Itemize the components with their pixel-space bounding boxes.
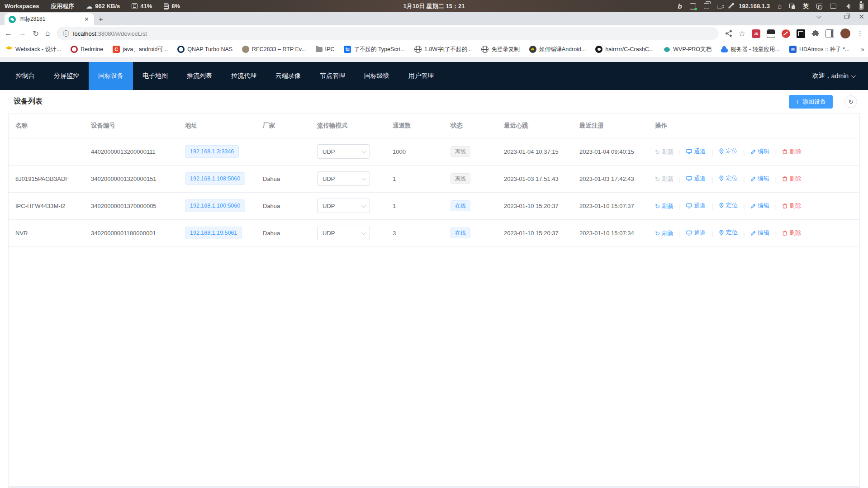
nav-item-国标级联[interactable]: 国标级联	[355, 62, 399, 90]
row-channel-button[interactable]: 通道	[686, 202, 706, 210]
row-channel-button[interactable]: 通道	[686, 175, 706, 183]
status-badge: 离线	[451, 173, 470, 184]
bookmark-item[interactable]: Redmine	[71, 46, 103, 53]
restore-icon[interactable]	[844, 15, 849, 19]
workspaces-button[interactable]: Workspaces	[5, 3, 39, 9]
nav-item-分屏监控[interactable]: 分屏监控	[44, 62, 89, 90]
caffeine-icon[interactable]	[717, 5, 722, 9]
row-locate-button[interactable]: 定位	[719, 228, 738, 237]
url-path: :38080/#/deviceList	[96, 30, 147, 37]
home-tray-icon[interactable]: ⌂	[778, 2, 782, 10]
row-delete-button[interactable]: 删除	[782, 147, 801, 156]
add-device-button[interactable]: + 添加设备	[789, 95, 833, 109]
bookmark-item[interactable]: hairrrrr/C-CrashC...	[595, 46, 654, 53]
clipboard-icon[interactable]	[704, 3, 709, 9]
stream-mode-select[interactable]: UDP	[317, 144, 370, 159]
bookmark-item[interactable]: Webstack - 设计...	[5, 46, 61, 53]
nav-item-用户管理[interactable]: 用户管理	[399, 62, 443, 90]
refresh-list-button[interactable]: ↻	[844, 95, 857, 108]
row-locate-button[interactable]: 定位	[719, 147, 738, 155]
bookmark-item[interactable]: WVP-PRO文档	[663, 46, 711, 53]
nav-item-拉流代理[interactable]: 拉流代理	[222, 62, 266, 90]
applications-menu[interactable]: 应用程序	[51, 2, 74, 10]
bookmark-label: Redmine	[81, 46, 103, 52]
reload-icon[interactable]: ↻	[33, 29, 39, 38]
bookmark-item[interactable]: Cjava、android可...	[113, 46, 168, 53]
nav-item-推流列表[interactable]: 推流列表	[177, 62, 222, 90]
json-viewer-extension-icon[interactable]: JS	[752, 29, 760, 38]
redmine-icon	[71, 46, 78, 53]
bookmark-item[interactable]: 1.8W字|了不起的...	[414, 46, 472, 53]
device-id-cell: 44020000013200000111	[84, 138, 178, 165]
chevron-down-icon	[361, 149, 366, 153]
window-switcher-icon[interactable]	[789, 4, 795, 9]
nav-item-云端录像[interactable]: 云端录像	[266, 62, 310, 90]
profile-avatar[interactable]	[840, 28, 850, 38]
row-refresh-button[interactable]: ↻刷新	[655, 148, 674, 156]
volume-icon[interactable]	[844, 4, 849, 9]
nav-item-节点管理[interactable]: 节点管理	[310, 62, 355, 90]
phone-link-icon[interactable]	[816, 4, 822, 9]
bookmarks-overflow-button[interactable]: »	[861, 46, 864, 53]
battery-icon	[859, 3, 863, 9]
adblock-extension-icon[interactable]	[782, 29, 790, 38]
clock[interactable]: 1月10日 星期二 15：21	[403, 2, 465, 10]
row-channel-button[interactable]: 通道	[686, 147, 706, 156]
minimize-icon[interactable]	[830, 17, 835, 17]
stream-mode-select[interactable]: UDP	[317, 199, 370, 213]
nav-item-电子地图[interactable]: 电子地图	[133, 62, 177, 90]
stream-mode-select[interactable]: UDP	[317, 226, 370, 240]
bing-tray-icon[interactable]: b	[678, 2, 682, 10]
row-channel-button[interactable]: 通道	[686, 229, 706, 237]
bookmark-item[interactable]: MHDAtmos :: 种子 *...	[789, 46, 849, 53]
color-picker-icon[interactable]	[728, 4, 733, 9]
bookmark-item[interactable]: 免登录复制	[481, 46, 520, 53]
forward-icon[interactable]: →	[19, 29, 26, 38]
nav-item-国标设备[interactable]: 国标设备	[89, 62, 133, 90]
bookmark-item[interactable]: RFC2833 – RTP Ev...	[242, 46, 306, 53]
row-refresh-button[interactable]: ↻刷新	[655, 229, 674, 237]
tab-close-icon[interactable]: ✕	[83, 16, 90, 23]
row-edit-button[interactable]: 编辑	[750, 147, 769, 156]
bookmark-item[interactable]: 服务器 - 轻量应用...	[721, 46, 780, 53]
mask-extension-icon[interactable]	[767, 29, 775, 38]
address-bar[interactable]: i localhost:38080/#/deviceList	[57, 27, 719, 40]
new-tab-button[interactable]: +	[99, 15, 103, 24]
nav-item-控制台[interactable]: 控制台	[6, 62, 44, 90]
screenshot-extension-icon[interactable]	[797, 29, 805, 38]
site-info-icon[interactable]: i	[63, 30, 69, 37]
bookmark-star-icon[interactable]: ☆	[739, 29, 745, 38]
row-edit-button[interactable]: 编辑	[750, 175, 769, 183]
input-method-indicator[interactable]: 英	[803, 2, 809, 10]
stream-mode-cell: UDP	[310, 192, 386, 219]
notification-app-icon[interactable]	[690, 3, 696, 9]
browser-home-icon[interactable]: ⌂	[45, 29, 50, 38]
tab-search-icon[interactable]	[816, 14, 821, 19]
bookmark-item[interactable]: QNAP Turbo NAS	[177, 46, 232, 53]
user-menu[interactable]: 欢迎，admin	[812, 72, 854, 80]
row-edit-button[interactable]: 编辑	[750, 229, 769, 237]
row-locate-button[interactable]: 定位	[719, 201, 738, 209]
bookmark-label: 1.8W字|了不起的...	[424, 46, 472, 53]
back-icon[interactable]: ←	[5, 29, 12, 38]
ip-address-indicator[interactable]: 192.168.1.3	[739, 3, 770, 9]
window-close-icon[interactable]: ✕	[859, 14, 864, 19]
channel-count-cell: 1000	[386, 138, 444, 165]
bookmark-item[interactable]: IPC	[316, 46, 335, 52]
browser-menu-icon[interactable]: ⋮	[857, 29, 863, 38]
stream-mode-select[interactable]: UDP	[317, 171, 370, 186]
row-delete-button[interactable]: 删除	[782, 202, 801, 210]
side-panel-icon[interactable]	[825, 29, 834, 38]
row-refresh-button[interactable]: ↻刷新	[655, 175, 674, 183]
row-locate-button[interactable]: 定位	[719, 174, 738, 182]
bookmark-item[interactable]: 如何编译Android...	[529, 46, 586, 53]
row-refresh-button[interactable]: ↻刷新	[655, 202, 674, 210]
display-icon[interactable]	[830, 4, 836, 9]
row-edit-button[interactable]: 编辑	[750, 202, 769, 210]
row-delete-button[interactable]: 删除	[782, 175, 801, 183]
row-delete-button[interactable]: 删除	[782, 229, 801, 237]
share-icon[interactable]	[725, 30, 732, 37]
browser-tab[interactable]: 国标28181 ✕	[5, 13, 94, 25]
extensions-puzzle-icon[interactable]	[811, 30, 819, 38]
bookmark-item[interactable]: 知了不起的 TypeScri...	[344, 46, 405, 53]
